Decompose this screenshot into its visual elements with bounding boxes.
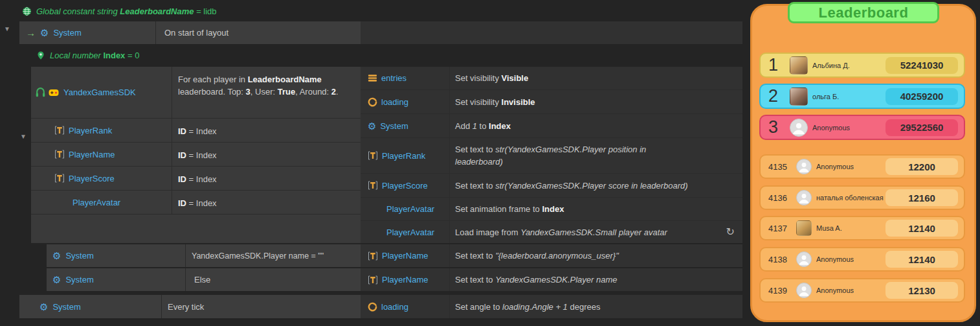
- condition-row[interactable]: PlayerAvatar ID = Index: [31, 191, 361, 215]
- event-object-cell[interactable]: → ⚙ System: [19, 21, 156, 44]
- object-name: PlayerScore: [69, 174, 115, 183]
- leaderboard-row: 4135 Anonymous 12200: [759, 154, 965, 179]
- action-row[interactable]: PlayerName Set text to YandexGamesSDK.Pl…: [361, 268, 742, 291]
- object-name: YandexGamesSDK: [63, 87, 136, 97]
- globe-icon: [22, 6, 32, 16]
- player-name: Anonymous: [816, 286, 854, 294]
- player-name: Anonymous: [816, 255, 854, 263]
- event-object-cell[interactable]: ⚙ System: [47, 268, 186, 291]
- action-row[interactable]: PlayerAvatar Load image from YandexGames…: [361, 221, 742, 243]
- global-variable-row[interactable]: Global constant string LeaderboardName =…: [22, 3, 217, 19]
- score-badge: 29522560: [885, 119, 958, 136]
- rank-label: 4138: [768, 255, 792, 264]
- player-name: Альбина Д.: [812, 62, 850, 69]
- object-name: PlayerAvatar: [386, 204, 434, 214]
- object-name: System: [380, 121, 408, 131]
- gear-icon: ⚙: [39, 302, 48, 312]
- condition-text: ID = Index: [172, 191, 361, 214]
- leaderboard-row: 2 ольга Б. 40259200: [759, 84, 965, 109]
- rank-label: 2: [768, 87, 785, 105]
- event-block-every-tick: ⚙ System Every tick loading Set angle to…: [19, 295, 742, 318]
- reload-icon: ↻: [726, 227, 735, 237]
- condition-text: Every tick: [168, 302, 204, 312]
- event-object-cell[interactable]: ⚙ System: [47, 244, 186, 267]
- gear-icon: ⚙: [52, 251, 61, 261]
- action-text: Set visibility Invisible: [450, 96, 742, 108]
- event-object-cell[interactable]: ⚙ System: [19, 295, 162, 318]
- object-name: entries: [381, 73, 406, 83]
- action-row[interactable]: loading Set angle to loading.Angle + 1 d…: [361, 295, 742, 318]
- player-avatar: [796, 220, 812, 236]
- action-text: Set animation frame to Index: [450, 203, 742, 215]
- action-text: Set text to str(YandexGamesSDK.Player sc…: [450, 180, 742, 192]
- condition-cell[interactable]: On start of layout: [156, 21, 361, 44]
- trigger-arrow-icon: →: [26, 28, 36, 38]
- rank-label: 4139: [768, 286, 792, 296]
- action-row[interactable]: entries Set visibility Visible: [361, 67, 742, 90]
- condition-text: On start of layout: [164, 28, 228, 38]
- collapse-arrow-icon[interactable]: ▼: [4, 26, 10, 32]
- object-name: PlayerName: [382, 275, 429, 285]
- object-name: System: [65, 275, 93, 285]
- action-row[interactable]: PlayerAvatar Set animation frame to Inde…: [361, 198, 742, 221]
- rank-label: 3: [768, 119, 785, 136]
- entries-list-icon: [368, 73, 377, 83]
- construct-event-sheet-screen: ▼ ▼ Global constant string LeaderboardNa…: [0, 0, 980, 326]
- event-block-on-start: → ⚙ System On start of layout: [19, 21, 742, 44]
- text-object-icon: [368, 251, 378, 261]
- rank-label: 4136: [768, 193, 792, 203]
- player-name: Anonymous: [812, 124, 850, 132]
- event-block-else: ⚙ System Else PlayerName Set text to Yan…: [47, 268, 742, 291]
- collapse-arrow-icon[interactable]: ▼: [20, 134, 27, 140]
- condition-cell[interactable]: Every tick: [162, 295, 361, 318]
- condition-cell[interactable]: Else: [186, 268, 361, 291]
- person-avatar-icon: [796, 159, 812, 174]
- empty-actions-area[interactable]: [361, 21, 742, 44]
- object-name: PlayerAvatar: [72, 198, 120, 207]
- action-row[interactable]: ⚙ System Add 1 to Index: [361, 114, 742, 138]
- player-name: наталья оболенская: [816, 194, 884, 202]
- action-row[interactable]: loading Set visibility Invisible: [361, 90, 742, 114]
- object-name: PlayerScore: [382, 181, 428, 191]
- action-row[interactable]: PlayerName Set text to "{leaderboard.ano…: [361, 244, 742, 267]
- leaderboard-row: 4136 наталья оболенская 12160: [759, 185, 965, 210]
- player-avatar: [790, 87, 808, 106]
- condition-text: ID = Index: [172, 119, 361, 142]
- action-row[interactable]: PlayerScore Set text to str(YandexGamesS…: [361, 174, 742, 198]
- global-variable-text: Global constant string LeaderboardName =…: [36, 6, 217, 16]
- event-block-for-each: YandexGamesSDK For each player in Leader…: [31, 67, 742, 243]
- condition-row[interactable]: PlayerScore ID = Index: [31, 167, 361, 191]
- person-avatar-icon: [796, 283, 812, 298]
- person-avatar-icon: [796, 251, 812, 267]
- score-badge: 12160: [885, 189, 958, 206]
- condition-row[interactable]: YandexGamesSDK For each player in Leader…: [31, 67, 361, 119]
- object-name: loading: [381, 302, 408, 312]
- leaderboard-row: 4138 Anonymous 12140: [759, 247, 965, 272]
- leaderboard-title: Leaderboard: [788, 2, 939, 23]
- action-text: Set angle to loading.Angle + 1 degrees: [450, 301, 742, 313]
- text-object-icon: [54, 149, 65, 159]
- object-name: PlayerName: [69, 150, 115, 159]
- leaderboard-panel: 1 Альбина Д. 52241030 2 ольга Б. 4025920…: [750, 4, 976, 322]
- gear-icon: ⚙: [368, 121, 376, 131]
- score-badge: 52241030: [885, 57, 958, 74]
- condition-text: ID = Index: [172, 167, 361, 190]
- gear-icon: ⚙: [52, 275, 61, 285]
- score-badge: 40259200: [885, 88, 958, 105]
- condition-row[interactable]: PlayerRank ID = Index: [31, 119, 361, 143]
- action-text: Set text to YandexGamesSDK.Player name: [450, 274, 742, 286]
- object-name: System: [52, 302, 80, 312]
- text-object-icon: [368, 150, 378, 161]
- condition-cell[interactable]: YandexGamesSDK.Player name = "": [186, 244, 361, 267]
- headphones-icon: [35, 87, 46, 98]
- text-object-icon: [368, 275, 378, 285]
- local-variable-row[interactable]: Local number Index = 0: [36, 47, 139, 63]
- condition-row[interactable]: PlayerName ID = Index: [31, 143, 361, 167]
- rank-label: 4137: [768, 224, 792, 233]
- gear-icon: ⚙: [40, 28, 49, 38]
- text-object-icon: [368, 180, 378, 191]
- condition-text: ID = Index: [172, 143, 361, 166]
- action-text: Load image from YandexGamesSDK.Small pla…: [450, 226, 742, 239]
- loading-spinner-icon: [368, 302, 377, 312]
- action-row[interactable]: PlayerRank Set text to str(YandexGamesSD…: [361, 138, 742, 174]
